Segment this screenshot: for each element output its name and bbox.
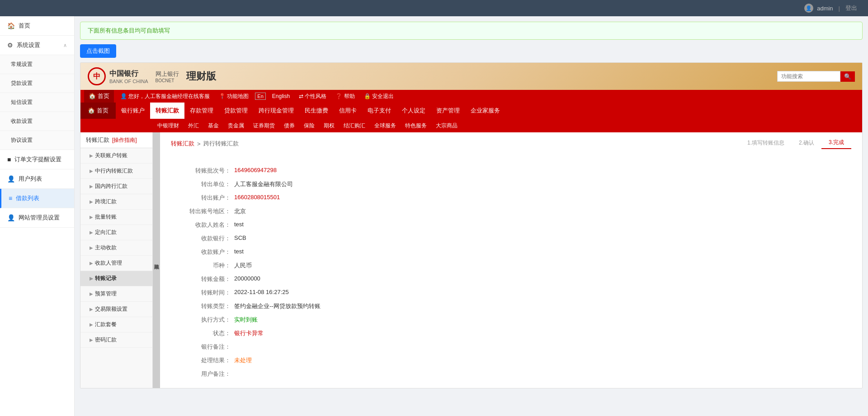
tri-icon-password: ▶ xyxy=(90,337,93,342)
bank-menu-enterprise[interactable]: 企业家服务 xyxy=(465,103,505,119)
tri-icon-limit: ▶ xyxy=(90,307,93,312)
bank-nav-en[interactable]: En xyxy=(255,93,265,100)
batch-no-value[interactable]: 1649606947298 xyxy=(234,167,277,175)
bank-nav-help[interactable]: ❓ 帮助 xyxy=(333,93,357,100)
bank-left-payee-mgmt[interactable]: ▶ 收款人管理 xyxy=(80,256,152,271)
detail-row-amount: 转账金额： 20000000 xyxy=(171,272,851,286)
bank-menu-civil[interactable]: 民生缴费 xyxy=(299,103,334,119)
sidebar-item-sms-settings[interactable]: 短信设置 xyxy=(0,93,74,112)
bank-step-3: 3.完成 xyxy=(821,137,851,149)
breadcrumb-parent[interactable]: 转账汇款 xyxy=(171,140,194,148)
payment-settings-label: 收款设置 xyxy=(11,117,33,125)
bank-submenu-commodity[interactable]: 大宗商品 xyxy=(431,119,462,132)
bank-left-inner-transfer[interactable]: ▶ 中行内转账汇款 xyxy=(80,164,152,179)
bank-left-batch[interactable]: ▶ 批量转账 xyxy=(80,210,152,225)
bank-menu-cross-border[interactable]: 跨行现金管理 xyxy=(253,103,299,119)
sidebar-item-order-text[interactable]: ■ 订单文字提醒设置 xyxy=(0,150,74,169)
top-bar: 👤 admin | 登出 xyxy=(0,0,868,16)
sidebar-item-protocol-settings[interactable]: 协议设置 xyxy=(0,131,74,150)
bank-left-linked-account[interactable]: ▶ 关联账户转账 xyxy=(80,148,152,164)
limit-label: 交易限额设置 xyxy=(95,305,127,313)
transfer-account-label: 转出账户： xyxy=(171,194,234,202)
loan-list-icon: ≡ xyxy=(9,195,12,202)
bank-left-directed[interactable]: ▶ 定向汇款 xyxy=(80,225,152,240)
bank-submenu-zhongyin[interactable]: 中银理财 xyxy=(153,119,184,132)
bank-collapse-tab[interactable]: 隐藏菜单单 xyxy=(153,132,160,388)
bank-submenu-options[interactable]: 期权 xyxy=(319,119,339,132)
bank-nav-english[interactable]: English xyxy=(269,93,292,99)
bank-steps: 1.填写转账信息 2.确认 3.完成 xyxy=(740,137,851,149)
sidebar-item-general-settings[interactable]: 常规设置 xyxy=(0,55,74,74)
bank-submenu-bond[interactable]: 债券 xyxy=(279,119,299,132)
bank-menu-asset[interactable]: 资产管理 xyxy=(431,103,465,119)
bank-search-button[interactable]: 🔍 xyxy=(840,71,855,82)
bank-left-password-remit[interactable]: ▶ 密码汇款 xyxy=(80,332,152,348)
detail-row-exec-method: 执行方式： 实时到账 xyxy=(171,313,851,327)
detail-row-status: 状态： 银行卡异常 xyxy=(171,327,851,340)
detail-row-time: 转账时间： 2022-11-08 16:27:25 xyxy=(171,286,851,299)
sidebar: 🏠 首页 ⚙ 系统设置 ∧ 常规设置 贷款设置 短信设置 收款设置 协议设置 xyxy=(0,16,75,416)
general-settings-label: 常规设置 xyxy=(11,61,33,68)
bank-logo: 中 中国银行 BANK OF CHINA xyxy=(88,67,148,85)
bank-submenu-fund[interactable]: 基金 xyxy=(203,119,223,132)
bank-header: 中 中国银行 BANK OF CHINA 网上银行 BOCNET 理财版 🔍 xyxy=(80,63,862,90)
bank-left-cross-border[interactable]: ▶ 跨境汇款 xyxy=(80,194,152,210)
sidebar-item-home[interactable]: 🏠 首页 xyxy=(0,16,74,36)
transfer-unit-label: 转出单位： xyxy=(171,180,234,188)
time-value: 2022-11-08 16:27:25 xyxy=(234,289,289,297)
site-admin-icon: 👤 xyxy=(7,214,15,221)
bank-bocnet-area: 网上银行 BOCNET xyxy=(156,70,179,83)
bank-submenu-exchange[interactable]: 结汇购汇 xyxy=(339,119,370,132)
bank-menu-bank-account[interactable]: 银行账户 xyxy=(116,103,150,119)
bank-submenu-special[interactable]: 特色服务 xyxy=(401,119,431,132)
payee-bank-value: SCB xyxy=(234,234,246,243)
bank-menu-personal[interactable]: 个人设定 xyxy=(396,103,431,119)
bank-menu-transfer[interactable]: 转账汇款 xyxy=(150,103,184,119)
bank-nav-style[interactable]: ⇄ 个性风格 xyxy=(296,93,329,100)
sidebar-item-user-list[interactable]: 👤 用户列表 xyxy=(0,169,74,189)
bank-menu-home-item[interactable]: 🏠 首页 xyxy=(80,103,116,119)
bank-nav-logout[interactable]: 🔒 安全退出 xyxy=(361,93,396,100)
time-label: 转账时间： xyxy=(171,289,234,297)
bank-submenu-insurance[interactable]: 保险 xyxy=(299,119,319,132)
bank-left-transfer-records[interactable]: ▶ 转账记录 xyxy=(80,271,152,286)
bank-left-limit[interactable]: ▶ 交易限额设置 xyxy=(80,302,152,317)
transfer-region-label: 转出账号地区： xyxy=(171,207,234,215)
bank-submenu-global[interactable]: 全球服务 xyxy=(370,119,401,132)
bank-left-domestic-cross[interactable]: ▶ 国内跨行汇款 xyxy=(80,179,152,194)
notice-text: 下面所有信息条目均可自助填写 xyxy=(88,27,170,34)
logout-button[interactable]: 登出 xyxy=(845,4,857,12)
result-value: 未处理 xyxy=(234,356,252,365)
payee-name-label: 收款人姓名： xyxy=(171,221,234,229)
bank-submenu-precious[interactable]: 贵金属 xyxy=(223,119,249,132)
transfer-account-value[interactable]: 16602808015501 xyxy=(234,194,280,202)
transfer-region-value: 北京 xyxy=(234,207,246,215)
bank-submenu-forex[interactable]: 外汇 xyxy=(184,119,203,132)
bank-search-input[interactable] xyxy=(777,71,840,82)
sidebar-item-loan-settings[interactable]: 贷款设置 xyxy=(0,74,74,93)
sidebar-item-payment-settings[interactable]: 收款设置 xyxy=(0,112,74,131)
sidebar-item-loan-list[interactable]: ≡ 借款列表 xyxy=(0,189,74,208)
bank-submenu-securities[interactable]: 证券期货 xyxy=(249,119,279,132)
bank-left-package[interactable]: ▶ 汇款套餐 xyxy=(80,317,152,332)
user-area: 👤 admin | 登出 xyxy=(804,4,857,13)
bank-main-area: 转账汇款 > 跨行转账汇款 1.填写转账信息 2.确认 3.完成 xyxy=(160,132,862,388)
detail-row-transfer-account: 转出账户： 16602808015501 xyxy=(171,191,851,205)
bank-left-active-receive[interactable]: ▶ 主动收款 xyxy=(80,240,152,256)
bank-menu-epay[interactable]: 电子支付 xyxy=(362,103,396,119)
bank-op-guide-link[interactable]: [操作指南] xyxy=(112,136,137,144)
payee-name-value: test xyxy=(234,221,244,229)
payee-bank-label: 收款银行： xyxy=(171,234,234,243)
bank-left-budget[interactable]: ▶ 预算管理 xyxy=(80,286,152,302)
bank-menu-credit[interactable]: 信用卡 xyxy=(334,103,362,119)
domestic-cross-label: 国内跨行汇款 xyxy=(95,182,127,190)
bank-menu-deposit[interactable]: 存款管理 xyxy=(184,103,219,119)
bank-nav-map[interactable]: 📍 功能地图 xyxy=(216,93,251,100)
bank-bocnet-sub-label: BOCNET xyxy=(156,78,179,83)
bank-bocnet-label: 网上银行 xyxy=(156,70,179,78)
sidebar-item-site-admin[interactable]: 👤 网站管理员设置 xyxy=(0,208,74,228)
bank-menu-loan[interactable]: 贷款管理 xyxy=(219,103,253,119)
sidebar-item-system-settings[interactable]: ⚙ 系统设置 ∧ xyxy=(0,36,74,55)
screenshot-button[interactable]: 点击截图 xyxy=(80,44,116,58)
batch-no-label: 转账批次号： xyxy=(171,167,234,175)
